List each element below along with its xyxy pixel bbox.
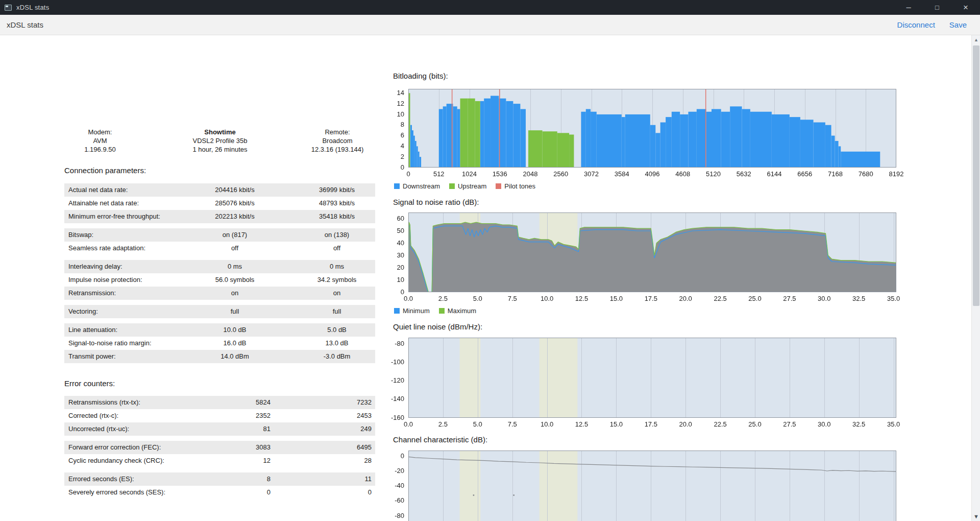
upstream-value: 34.2 symbols [278,273,375,287]
snr-legend: MinimumMaximum [394,306,476,315]
table-row: Actual net data rate:204416 kbit/s36999 … [64,183,375,197]
downstream-value: 2352 [203,409,274,422]
downstream-value: 5824 [203,396,274,409]
error-counters-heading: Error counters: [64,379,115,388]
table-row: Errored seconds (ES):811 [64,472,375,486]
bitloading-legend: DownstreamUpstreamPilot tones [394,182,535,190]
legend-item: Maximum [439,307,476,315]
table-row: Severely errored seconds (SES):00 [64,486,375,499]
row-label: Severely errored seconds (SES): [64,486,203,499]
row-label: Impulse noise protection: [64,273,191,287]
scroll-up-icon[interactable]: ▲ [972,35,980,44]
snr-chart [380,208,909,305]
legend-swatch-icon [394,308,400,314]
upstream-value: 36999 kbit/s [278,183,375,197]
scroll-down-icon[interactable]: ▼ [972,512,980,521]
table-group: Actual net data rate:204416 kbit/s36999 … [64,183,375,223]
connection-parameters-heading: Connection parameters: [64,166,146,175]
legend-label: Upstream [458,182,486,190]
downstream-value: off [191,242,278,255]
row-label: Actual net data rate: [64,183,191,197]
row-label: Cyclic redundancy check (CRC): [64,454,203,467]
table-row: Seamless rate adaptation:offoff [64,242,375,255]
table-group: Retransmissions (rtx-tx):58247232Correct… [64,396,375,436]
upstream-value: 5.0 dB [278,323,375,337]
upstream-value: 48793 kbit/s [278,197,375,210]
modem-info: Modem: AVM 1.196.9.50 Showtime VDSL2 Pro… [57,128,383,156]
table-row: Bitswap:on (817)on (138) [64,228,375,242]
snr-chart-title: Signal to noise ratio (dB): [393,198,479,206]
downstream-value: full [191,305,278,318]
downstream-value: 56.0 symbols [191,273,278,287]
legend-swatch-icon [439,308,445,314]
remote-label: Remote: [291,128,383,136]
scrollbar-thumb[interactable] [973,45,979,306]
downstream-value: 3083 [203,441,274,454]
downstream-value: 202213 kbit/s [191,210,278,223]
downstream-value: 204416 kbit/s [191,183,278,197]
row-label: Retransmissions (rtx-tx): [64,396,203,409]
minimize-icon[interactable]: ─ [894,0,923,15]
downstream-value: 16.0 dB [191,337,278,350]
close-icon[interactable]: × [951,0,980,15]
row-label: Corrected (rtx-c): [64,409,203,422]
legend-item: Upstream [449,182,486,190]
table-row: Impulse noise protection:56.0 symbols34.… [64,273,375,287]
row-label: Interleaving delay: [64,260,191,273]
table-row: Signal-to-noise ratio margin:16.0 dB13.0… [64,337,375,350]
table-group: Interleaving delay:0 ms0 msImpulse noise… [64,260,375,300]
modem-version: 1.196.9.50 [57,145,143,154]
upstream-value: full [278,305,375,318]
table-row: Minimum error-free throughput:202213 kbi… [64,210,375,223]
disconnect-button[interactable]: Disconnect [897,20,935,29]
table-row: Interleaving delay:0 ms0 ms [64,260,375,273]
row-label: Bitswap: [64,228,191,242]
maximize-icon[interactable]: □ [923,0,951,15]
downstream-value: 12 [203,454,274,467]
table-group: Bitswap:on (817)on (138)Seamless rate ad… [64,228,375,255]
table-row: Transmit power:14.0 dBm-3.0 dBm [64,350,375,363]
downstream-value: 81 [203,422,274,436]
remote-version: 12.3.16 (193.144) [291,145,383,154]
title-bar: xDSL stats ─ □ × [0,0,980,15]
upstream-value: 2453 [274,409,375,422]
legend-label: Maximum [448,307,476,315]
downstream-value: 8 [203,472,274,486]
channel-characteristic-chart-title: Channel characteristic (dB): [393,435,487,444]
table-row: Retransmissions (rtx-tx):58247232 [64,396,375,409]
table-row: Corrected (rtx-c):23522453 [64,409,375,422]
legend-label: Downstream [403,182,440,190]
bitloading-chart [380,85,909,181]
modem-label: Modem: [57,128,143,136]
scrollbar[interactable]: ▲ ▼ [971,35,980,521]
modem-vendor: AVM [57,136,143,145]
content-area: Modem: AVM 1.196.9.50 Showtime VDSL2 Pro… [0,36,971,521]
line-status-block: Showtime VDSL2 Profile 35b 1 hour, 26 mi… [159,128,281,154]
upstream-value: 7232 [274,396,375,409]
table-group: Errored seconds (ES):811Severely errored… [64,472,375,499]
upstream-value: 13.0 dB [278,337,375,350]
upstream-value: off [278,242,375,255]
table-group: Vectoring:fullfull [64,305,375,318]
upstream-value: 0 [274,486,375,499]
window-title: xDSL stats [16,4,49,11]
row-label: Signal-to-noise ratio margin: [64,337,191,350]
row-label: Minimum error-free throughput: [64,210,191,223]
row-label: Transmit power: [64,350,191,363]
line-uptime: 1 hour, 26 minutes [159,145,281,154]
row-label: Retransmission: [64,287,191,300]
legend-item: Downstream [394,182,440,190]
table-group: Line attenuation:10.0 dB5.0 dBSignal-to-… [64,323,375,363]
row-label: Attainable net data rate: [64,197,191,210]
upstream-value: 249 [274,422,375,436]
table-row: Retransmission:onon [64,287,375,300]
downstream-value: 0 [203,486,274,499]
table-row: Attainable net data rate:285076 kbit/s48… [64,197,375,210]
line-profile: VDSL2 Profile 35b [159,136,281,145]
upstream-value: 0 ms [278,260,375,273]
upstream-value: 6495 [274,441,375,454]
app-window: xDSL stats ─ □ × xDSL stats Disconnect S… [0,0,980,521]
save-button[interactable]: Save [949,20,967,29]
table-row: Line attenuation:10.0 dB5.0 dB [64,323,375,337]
row-label: Vectoring: [64,305,191,318]
